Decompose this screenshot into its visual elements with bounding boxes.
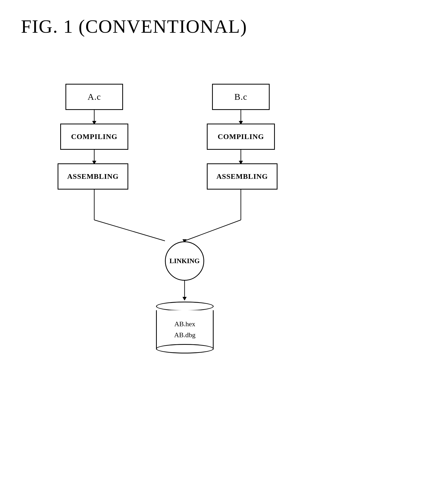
output-cylinder: AB.hex AB.dbg: [156, 302, 214, 350]
left-compiling-label: COMPILING: [60, 124, 128, 150]
left-compiling-box: COMPILING: [60, 124, 128, 150]
svg-marker-14: [182, 297, 187, 301]
right-compiling-box: COMPILING: [207, 124, 275, 150]
cylinder-bottom: [156, 344, 214, 353]
cylinder-top: [156, 302, 214, 311]
diagram: A.c COMPILING ASSEMBLING B.c COMPILING A…: [26, 84, 406, 477]
right-assembling-label: ASSEMBLING: [207, 163, 277, 190]
left-source-box: A.c: [65, 84, 123, 110]
output-line1: AB.hex: [174, 319, 195, 330]
right-compiling-label: COMPILING: [207, 124, 275, 150]
output-line2: AB.dbg: [174, 330, 196, 341]
svg-line-5: [94, 220, 165, 241]
left-source-label: A.c: [65, 84, 123, 110]
page-title: FIG. 1 (CONVENTIONAL): [21, 16, 247, 37]
right-source-label: B.c: [212, 84, 270, 110]
cylinder-body: AB.hex AB.dbg: [156, 310, 214, 350]
right-source-box: B.c: [212, 84, 270, 110]
left-assembling-label: ASSEMBLING: [58, 163, 128, 190]
right-assembling-box: ASSEMBLING: [207, 163, 277, 190]
linking-label: LINKING: [169, 257, 200, 265]
left-assembling-box: ASSEMBLING: [58, 163, 128, 190]
svg-line-11: [185, 220, 241, 241]
linking-circle: LINKING: [165, 241, 204, 281]
